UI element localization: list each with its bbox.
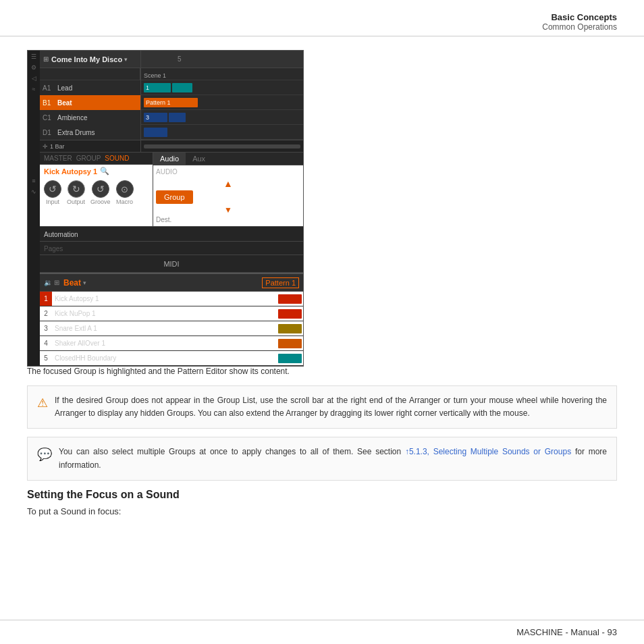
pattern-block-d1 (144, 128, 167, 137)
inst-pads-3 (278, 324, 303, 333)
midi-section: MIDI (40, 255, 303, 273)
screenshot: ☰ ⚙ ◁ ≈ ≡ ∿ ⊞ Come Into My Disco ▾ (27, 50, 304, 367)
timeline-b1: Pattern 1 (141, 95, 303, 110)
inst-num-5: 5 (40, 351, 52, 365)
dest-label: Dest. (156, 216, 300, 223)
group-row-a1[interactable]: A1 Lead (40, 80, 141, 95)
inst-name-2: Kick NuPop 1 (52, 310, 278, 317)
sound-search-icon[interactable]: 🔍 (100, 167, 109, 176)
left-sidebar: ☰ ⚙ ◁ ≈ ≡ ∿ (28, 51, 40, 366)
instrument-row-5[interactable]: 5 ClosedHH Boundary (40, 351, 303, 366)
scene-timeline-cell: Scene 1 (141, 68, 303, 80)
groups-panel-header: ⊞ Come Into My Disco ▾ (40, 51, 140, 68)
page-footer: MASCHINE - Manual - 93 (0, 620, 644, 644)
pad-4-1[interactable] (278, 339, 302, 348)
automation-title: Automation (44, 231, 78, 238)
group-id-a1: A1 (43, 84, 57, 92)
info-text-before: You can also select multiple Groups at o… (59, 447, 405, 456)
timeline-a1: 1 (141, 80, 303, 95)
group-name-b1: Beat (57, 99, 72, 107)
group-row-c1[interactable]: C1 Ambience (40, 110, 141, 125)
group-row-b1[interactable]: B1 Beat (40, 95, 141, 110)
pad-1-1[interactable] (278, 294, 302, 304)
pattern-block-c1: 3 (144, 113, 167, 122)
header-subtitle: Common Operations (542, 22, 617, 32)
sound-buttons: ↺ Input ↻ Output ↺ Groove ⊙ (40, 178, 153, 208)
plus-icon: ✛ (43, 143, 48, 150)
group-id-c1: C1 (43, 114, 57, 122)
tab-group[interactable]: GROUP (76, 155, 101, 162)
arrow-up-icon: ▲ (156, 178, 300, 189)
audio-tabs-bar: Audio Aux (153, 153, 303, 165)
instrument-row-2[interactable]: 2 Kick NuPop 1 (40, 306, 303, 321)
groups-panel: ⊞ Come Into My Disco ▾ A1 Lead B1 Beat (40, 51, 141, 152)
macro-button[interactable]: ⊙ Macro (116, 180, 134, 205)
audio-content: AUDIO ▲ Group ▼ Dest. (153, 165, 303, 226)
master-tabs: MASTER GROUP SOUND (40, 153, 153, 165)
groove-label: Groove (90, 198, 111, 205)
beat-editor: 🔉 ⊞ Beat ▾ Pattern 1 1 Kick Autopsy 1 (40, 273, 303, 366)
footer-text: MASCHINE - Manual - 93 (516, 627, 617, 637)
timeline-panel: 5 Scene 1 1 (141, 51, 303, 152)
group-row-d1[interactable]: D1 Extra Drums (40, 125, 141, 140)
inst-num-1: 1 (40, 292, 52, 306)
page-header: Basic Concepts Common Operations (0, 0, 644, 36)
output-button[interactable]: ↻ Output (67, 180, 85, 205)
groove-button[interactable]: ↺ Groove (90, 180, 111, 205)
input-button[interactable]: ↺ Input (44, 180, 61, 205)
pad-3-1[interactable] (278, 324, 302, 333)
output-label: Output (67, 198, 85, 205)
audio-main: AUDIO ▲ Group ▼ Dest. (153, 165, 303, 226)
instrument-row-1[interactable]: 1 Kick Autopsy 1 (40, 292, 303, 306)
beat-title: Beat (63, 278, 81, 288)
note-link[interactable]: ↑5.1.3, Selecting Multiple Sounds or Gro… (405, 447, 571, 456)
audio-main-label: AUDIO (156, 168, 300, 176)
settings-icon: ⚙ (31, 64, 36, 71)
pad-2-1[interactable] (278, 309, 302, 319)
header-title: Basic Concepts (542, 12, 617, 22)
inst-num-4: 4 (40, 336, 52, 350)
tab-sound[interactable]: SOUND (105, 155, 129, 162)
beat-left-icons: 🔉 ⊞ (44, 279, 59, 286)
pages-section: Pages (40, 242, 303, 255)
inst-name-4: Shaker AllOver 1 (52, 340, 278, 347)
arranger-content: ⊞ Come Into My Disco ▾ A1 Lead B1 Beat (40, 51, 303, 366)
scrollbar-thumb[interactable] (144, 144, 300, 149)
project-dropdown-arrow[interactable]: ▾ (124, 56, 128, 63)
pad-5-1[interactable] (278, 354, 302, 363)
tab-audio[interactable]: Audio (153, 153, 186, 165)
group-name-d1: Extra Drums (57, 129, 95, 136)
tab-master[interactable]: MASTER (44, 155, 72, 162)
warning-note-box: ⚠ If the desired Group does not appear i… (27, 385, 617, 429)
section-heading: Setting the Focus on a Sound (27, 489, 617, 501)
timeline-header: 5 (141, 51, 303, 68)
timeline-c1: 3 (141, 110, 303, 125)
beat-header-row: 🔉 ⊞ Beat ▾ Pattern 1 (40, 274, 303, 292)
pages-title: Pages (44, 245, 63, 252)
timeline-num: 5 (178, 55, 182, 63)
inst-name-5: ClosedHH Boundary (52, 354, 278, 362)
beat-chevron-icon[interactable]: ▾ (83, 279, 86, 286)
bar-row: ✛ 1 Bar (40, 140, 140, 152)
pattern-label-a1: 1 (144, 84, 151, 91)
instrument-row-4[interactable]: 4 Shaker AllOver 1 (40, 336, 303, 351)
scrollbar-row[interactable] (141, 140, 303, 152)
input-icon: ↺ (44, 180, 61, 198)
body-text: To put a Sound in focus: (27, 506, 617, 516)
group-button[interactable]: Group (156, 190, 193, 204)
instrument-row-3[interactable]: 3 Snare Extl A 1 (40, 321, 303, 336)
inst-name-1: Kick Autopsy 1 (52, 295, 278, 302)
header-right: Basic Concepts Common Operations (542, 12, 617, 32)
volume-icon: 🔉 (44, 279, 52, 286)
automation-section: Automation (40, 226, 303, 242)
inst-pads-2 (278, 309, 303, 319)
beat-pattern-label: Pattern 1 (262, 277, 299, 288)
pattern-block-c1b (169, 113, 186, 122)
scene-group-cell (40, 68, 140, 80)
arrow-down-icon: ▼ (156, 205, 300, 215)
timeline-d1 (141, 125, 303, 140)
warning-icon: ⚠ (37, 396, 48, 420)
pattern-label-c1: 3 (144, 114, 151, 121)
tab-aux[interactable]: Aux (186, 153, 212, 165)
inst-num-2: 2 (40, 306, 52, 321)
